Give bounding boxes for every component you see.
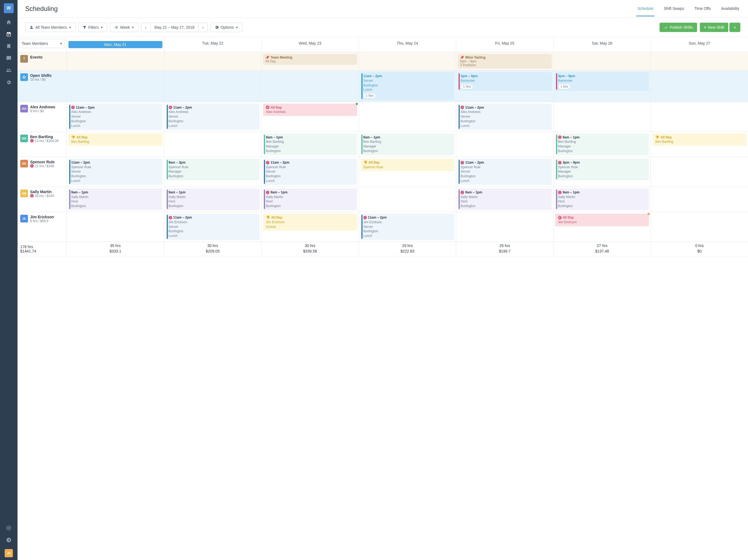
user-avatar[interactable]: JH [5,549,13,557]
date-range-button[interactable]: May 21 – May 27, 2018 [150,23,198,32]
shift-card[interactable]: 11am – 2pmSpencer RuleServerBurlingtonLu… [68,159,162,185]
shift-card[interactable]: ! 9am – 1pmSally MartinHostBurlington [458,189,552,210]
schedule-icon[interactable] [6,31,12,37]
shift-card[interactable]: ✕ All DayJim Erickson [555,214,649,226]
shift-card[interactable]: 9am – 1pmBen BartlingManagerBurlington [263,133,357,155]
cell[interactable]: ! 11am – 2pmJim EricksonServerBurlington… [359,212,457,242]
cell[interactable]: 👎 All DaySpencer Rule [359,157,457,187]
cell[interactable]: ! 9am – 1pmSally MartinHostBurlington [554,187,651,212]
cell[interactable]: 9am – 1pmBen BartlingManagerBurlington [261,132,359,157]
shift-card[interactable]: ! 11am – 2pmSpencer RuleServerBurlington… [263,159,357,185]
person-avatar[interactable]: BB [20,135,28,142]
shift-card[interactable]: ! 9am – 1pmSally MartinHostBurlington [263,189,357,210]
cell[interactable]: 3pm – 9pm Bartender 1 Slot [456,71,554,102]
cell[interactable]: 👎 All DayBen Bartling [67,132,164,157]
shift-card[interactable]: ! 9am – 1pmSally MartinHostBurlington [555,189,649,210]
new-shift-dropdown[interactable]: ▼ [729,23,740,32]
cell[interactable]: ! 3pm – 9pmSpencer RuleManagerBurlington [554,157,651,187]
shift-card[interactable]: ! 11am – 2pmAlex AndrewsServerBurlington… [68,104,162,130]
cell[interactable] [651,102,748,131]
day-header[interactable]: Wed, May 23 [261,37,359,52]
cell[interactable]: ✕ All DayJim Erickson [554,212,651,242]
team-icon[interactable] [6,67,12,73]
cell[interactable] [554,102,651,131]
cell[interactable] [359,52,457,70]
publish-button[interactable]: Publish Shifts [659,23,697,32]
cell[interactable] [164,71,262,102]
day-header[interactable]: Thu, May 24 [359,37,457,52]
shift-card[interactable]: ! 3pm – 9pmSpencer RuleManagerBurlington [555,159,649,180]
shift-card[interactable]: 👎 All DaySpencer Rule [360,159,454,171]
cell[interactable]: 👎 All DayJim EricksonSchool [261,212,359,242]
person-name[interactable]: Ben Bartling [30,135,59,139]
person-avatar[interactable]: SM [20,190,28,197]
cell[interactable] [261,71,359,102]
person-avatar[interactable]: SR [20,160,28,167]
cell[interactable] [456,212,554,242]
shift-card[interactable]: 👎 All DayBen Bartling [652,133,746,146]
person-name[interactable]: Spencer Rule [30,160,54,164]
logout-icon[interactable] [6,537,12,543]
person-name[interactable]: Jim Erickson [30,215,54,219]
event-card[interactable]: 📌Wine Tasting 5pm – 9pm 3 Positions [458,54,552,69]
cell[interactable]: 11am – 2pmSpencer RuleServerBurlingtonLu… [67,157,164,187]
bookmark-icon[interactable] [6,43,12,49]
cell[interactable]: ✕ All DayAlex Andrews [261,102,359,131]
chat-icon[interactable] [6,55,12,61]
shift-card[interactable]: 3pm – 9pm Bartender 1 Slot [555,72,649,91]
day-header[interactable]: Mon, May 21 [67,37,164,52]
shift-card[interactable]: 9am – 3pmSpencer RuleManagerBurlington [166,159,260,180]
tab-time-offs[interactable]: Time Offs [693,6,712,17]
day-header[interactable]: Sun, May 27 [651,37,748,52]
person-avatar[interactable]: JE [20,215,28,222]
cell[interactable]: 9am – 1pmBen BartlingManagerBurlington [359,132,457,157]
shift-card[interactable]: ! 11am – 2pmSpencer RuleServerBurlington… [458,159,552,185]
cell[interactable] [67,212,164,242]
settings-icon[interactable] [6,79,12,86]
cell[interactable]: 9am – 1pmSally MartinHostBurlington [67,187,164,212]
home-icon[interactable] [6,19,12,25]
view-dropdown[interactable]: Week ▼ [110,23,138,32]
new-shift-button[interactable]: + New Shift [700,23,728,32]
options-dropdown[interactable]: Options ▼ [211,23,242,32]
person-name[interactable]: Sally Martin [30,190,54,194]
help-icon[interactable] [6,525,12,531]
shift-card[interactable]: ! 9am – 1pmBen BartlingManagerBurlington [555,133,649,155]
cell[interactable] [651,52,748,70]
shift-card[interactable]: ! 11am – 2pmAlex AndrewsServerBurlington… [458,104,552,130]
cell[interactable]: ! 11am – 2pmAlex AndrewsServerBurlington… [164,102,262,131]
cell[interactable]: 3pm – 9pm Bartender 1 Slot [554,71,651,102]
cell[interactable]: ! 11am – 2pmSpencer RuleServerBurlington… [261,157,359,187]
cell[interactable] [67,71,164,102]
shift-card[interactable]: ✕ All DayAlex Andrews [263,104,357,116]
cell[interactable]: 📌Wine Tasting 5pm – 9pm 3 Positions [456,52,554,70]
shift-card[interactable]: ! 11am – 2pmJim EricksonServerBurlington… [166,214,260,240]
cell[interactable] [359,187,457,212]
tab-schedule[interactable]: Schedule [636,6,654,17]
day-header[interactable]: Sat, May 26 [554,37,651,52]
cell[interactable]: ! 9am – 1pmSally MartinHostBurlington [456,187,554,212]
shift-card[interactable]: ! 11am – 2pmJim EricksonServerBurlington… [360,214,454,240]
cell[interactable]: ! 11am – 2pmAlex AndrewsServerBurlington… [456,102,554,131]
shift-card[interactable]: 👎 All DayBen Bartling [68,133,162,146]
group-selector[interactable]: Team Members ▼ [19,39,65,48]
tab-shift-swaps[interactable]: Shift Swaps [662,6,685,17]
cell[interactable]: ! 11am – 2pmAlex AndrewsServerBurlington… [67,102,164,131]
prev-button[interactable]: ‹ [141,23,150,32]
cell[interactable] [164,132,262,157]
person-name[interactable]: Alex Andrews [30,105,55,109]
cell[interactable] [651,157,748,187]
cell[interactable] [164,52,262,70]
tab-availability[interactable]: Availability [720,6,740,17]
cell[interactable]: 9am – 1pmSally MartinHostBurlington [164,187,262,212]
cell[interactable] [359,102,457,131]
cell[interactable]: 9am – 3pmSpencer RuleManagerBurlington [164,157,262,187]
shift-card[interactable]: 9am – 1pmSally MartinHostBurlington [166,189,260,210]
shift-card[interactable]: ! 11am – 2pmAlex AndrewsServerBurlington… [166,104,260,130]
event-card[interactable]: 📌Team Meeting All Day [263,54,357,65]
cell[interactable]: 👎 All DayBen Bartling [651,132,748,157]
day-header[interactable]: Tue, May 22 [164,37,262,52]
day-header[interactable]: Fri, May 25 [456,37,554,52]
cell[interactable] [651,212,748,242]
app-logo[interactable]: W [4,3,14,13]
